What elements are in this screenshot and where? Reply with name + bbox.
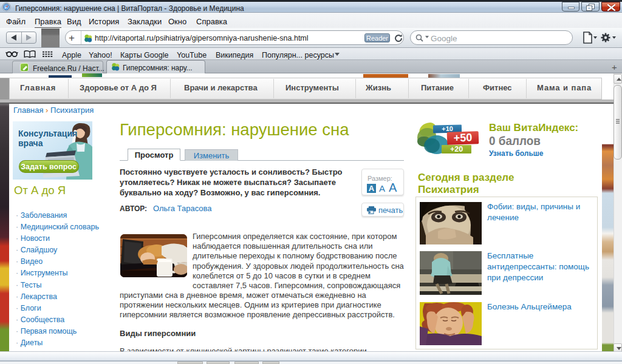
svg-text:Консультация: Консультация [18,129,77,138]
svg-text:врача: врача [18,138,43,148]
svg-text:Задать вопрос: Задать вопрос [21,163,77,171]
